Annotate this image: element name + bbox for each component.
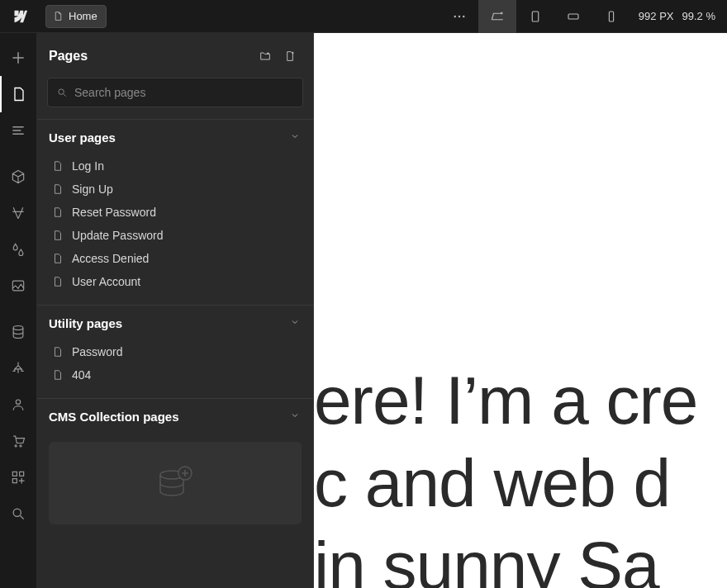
rail-components-button[interactable] — [0, 159, 37, 195]
rail-variables-button[interactable] — [0, 195, 37, 231]
search-icon — [10, 505, 26, 522]
rail-ecommerce-button[interactable] — [0, 423, 37, 459]
logic-icon — [10, 360, 26, 377]
new-folder-button[interactable] — [255, 46, 275, 66]
user-pages-list: Log In Sign Up Reset Password Update Pas… — [37, 153, 313, 305]
page-label: Sign Up — [72, 183, 113, 196]
svg-point-12 — [13, 509, 21, 516]
viewport-info: 992 PX 99.2 % — [630, 10, 727, 22]
mobile-landscape-icon — [566, 9, 581, 24]
page-icon — [52, 183, 64, 195]
canvas-line-3: in sunny Sa — [314, 524, 727, 588]
svg-rect-10 — [20, 472, 24, 476]
svg-rect-3 — [532, 12, 539, 21]
canvas-heading[interactable]: ere! I’m a cre c and web d in sunny Sa — [314, 359, 727, 588]
cube-icon — [10, 168, 26, 185]
breakpoint-landscape-button[interactable] — [554, 0, 592, 33]
svg-point-8 — [16, 400, 20, 404]
page-label: Reset Password — [72, 206, 156, 219]
more-menu-button[interactable] — [440, 0, 478, 33]
tablet-icon — [528, 9, 543, 24]
page-item-reset-password[interactable]: Reset Password — [37, 201, 313, 224]
breakpoint-tablet-button[interactable] — [516, 0, 554, 33]
page-icon — [52, 160, 64, 172]
page-item-access-denied[interactable]: Access Denied — [37, 247, 313, 270]
chevron-down-icon — [290, 315, 300, 330]
section-title: User pages — [49, 130, 290, 145]
svg-rect-5 — [609, 12, 613, 21]
search-pages[interactable] — [47, 78, 303, 107]
new-page-button[interactable] — [280, 46, 300, 66]
webflow-logo-icon — [10, 7, 28, 26]
svg-point-0 — [454, 15, 455, 17]
mobile-portrait-icon — [604, 9, 619, 24]
section-utility-pages[interactable]: Utility pages — [37, 305, 313, 339]
page-item-404[interactable]: 404 — [37, 363, 313, 386]
svg-rect-11 — [12, 479, 17, 483]
page-item-login[interactable]: Log In — [37, 154, 313, 178]
rail-assets-button[interactable] — [0, 268, 37, 304]
search-input[interactable] — [74, 86, 294, 99]
page-item-user-account[interactable]: User Account — [37, 270, 313, 293]
rail-users-button[interactable] — [0, 386, 37, 423]
page-label: Log In — [72, 159, 104, 173]
breakpoint-mobile-button[interactable] — [592, 0, 630, 33]
page-icon — [52, 369, 64, 381]
breadcrumb-home[interactable]: Home — [45, 5, 107, 28]
section-user-pages[interactable]: User pages — [37, 119, 313, 153]
app-logo[interactable] — [0, 0, 37, 33]
users-icon — [10, 396, 26, 413]
cms-empty-state[interactable] — [49, 442, 302, 524]
rail-styles-button[interactable] — [0, 231, 37, 268]
page-icon — [52, 253, 64, 264]
section-title: CMS Collection pages — [49, 410, 290, 424]
page-item-password[interactable]: Password — [37, 340, 313, 363]
rail-pages-button[interactable] — [0, 76, 37, 112]
breakpoint-base-button[interactable] — [478, 0, 516, 33]
canvas-line-2: c and web d — [314, 442, 727, 524]
canvas[interactable]: ere! I’m a cre c and web d in sunny Sa — [314, 33, 727, 588]
folder-plus-icon — [259, 50, 272, 63]
droplets-icon — [10, 241, 26, 258]
topbar: Home 992 PX 99.2 % — [0, 0, 727, 33]
section-cms-pages[interactable]: CMS Collection pages — [37, 398, 313, 432]
apps-icon — [10, 469, 26, 486]
page-label: User Account — [72, 275, 140, 288]
search-icon — [56, 87, 68, 98]
page-icon — [52, 276, 64, 287]
page-item-update-password[interactable]: Update Password — [37, 224, 313, 247]
image-icon — [10, 277, 26, 294]
page-icon — [11, 86, 27, 102]
svg-rect-4 — [568, 14, 578, 19]
rail-search-button[interactable] — [0, 496, 37, 532]
page-label: 404 — [72, 368, 91, 382]
database-icon — [10, 324, 26, 340]
page-item-signup[interactable]: Sign Up — [37, 178, 313, 201]
cart-icon — [10, 433, 26, 449]
ellipsis-icon — [452, 9, 467, 24]
section-title: Utility pages — [49, 316, 290, 330]
svg-point-13 — [59, 89, 64, 94]
rail-logic-button[interactable] — [0, 350, 37, 386]
panel-title: Pages — [49, 49, 250, 64]
rail-navigator-button[interactable] — [0, 112, 37, 149]
pages-panel: Pages User pages Log In Sign Up Reset Pa… — [37, 33, 314, 588]
page-label: Update Password — [72, 229, 164, 242]
viewport-zoom[interactable]: 99.2 % — [682, 10, 715, 22]
rail-add-button[interactable] — [0, 40, 37, 76]
variables-icon — [10, 205, 26, 221]
chevron-down-icon — [290, 130, 300, 145]
breadcrumb-label: Home — [69, 10, 97, 22]
utility-pages-list: Password 404 — [37, 339, 313, 398]
canvas-line-1: ere! I’m a cre — [314, 359, 727, 442]
rail-apps-button[interactable] — [0, 459, 37, 496]
svg-rect-9 — [12, 472, 17, 476]
page-icon — [53, 11, 64, 21]
page-icon — [52, 206, 64, 218]
svg-point-2 — [463, 15, 464, 17]
viewport-width[interactable]: 992 PX — [639, 10, 674, 22]
page-label: Access Denied — [72, 252, 149, 265]
page-icon — [52, 346, 64, 358]
rail-cms-button[interactable] — [0, 314, 37, 350]
navigator-icon — [10, 122, 26, 139]
